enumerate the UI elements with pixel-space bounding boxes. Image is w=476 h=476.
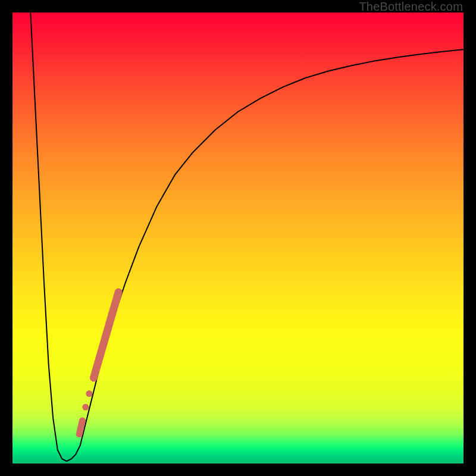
marker-group [79, 292, 118, 434]
plot-area [12, 12, 464, 464]
marker-dot-c [86, 390, 92, 397]
marker-segment-a [79, 421, 82, 434]
marker-dot-b [82, 404, 89, 411]
marker-segment-d [93, 292, 118, 378]
bottleneck-curve [30, 12, 464, 461]
chart-svg [12, 12, 464, 464]
chart-frame: TheBottleneck.com [0, 0, 476, 476]
curve-group [30, 12, 464, 461]
watermark-text: TheBottleneck.com [359, 0, 463, 14]
